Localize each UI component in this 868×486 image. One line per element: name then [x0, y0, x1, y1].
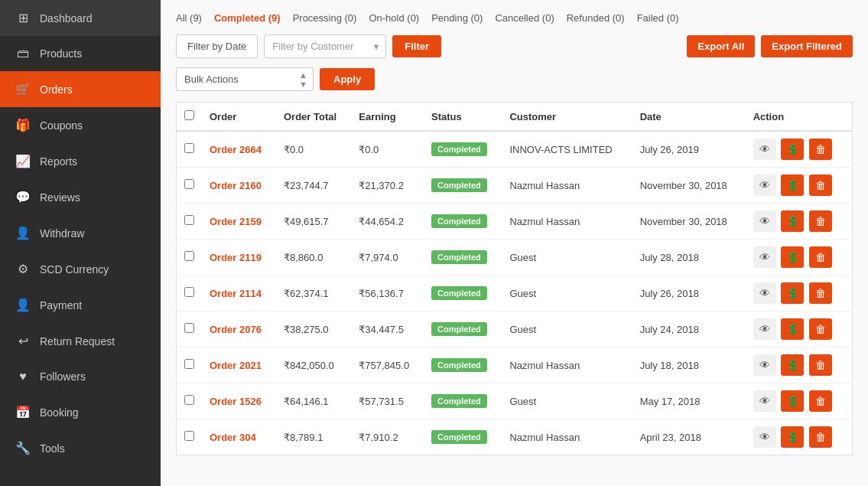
order-link[interactable]: Order 2160 — [210, 180, 262, 191]
sidebar-item-tools[interactable]: 🔧 Tools — [0, 430, 161, 466]
view-button[interactable]: 👁 — [753, 139, 776, 160]
order-link[interactable]: Order 2021 — [210, 360, 262, 371]
filter-button[interactable]: Filter — [392, 35, 441, 57]
row-actions: 👁 💲 🗑 — [746, 347, 853, 383]
row-customer: Guest — [502, 311, 632, 347]
row-status: Completed — [424, 276, 502, 311]
row-status: Completed — [424, 168, 502, 204]
filter-date-button[interactable]: Filter by Date — [176, 34, 258, 58]
row-checkbox-cell — [177, 419, 203, 455]
order-link[interactable]: Order 2159 — [210, 216, 262, 227]
view-button[interactable]: 👁 — [753, 390, 776, 412]
row-checkbox[interactable] — [184, 287, 194, 297]
sidebar-item-booking[interactable]: 📅 Booking — [0, 394, 161, 430]
delete-button[interactable]: 🗑 — [809, 139, 832, 160]
row-status: Completed — [424, 131, 502, 168]
withdraw-icon: 👤 — [15, 226, 31, 240]
row-date: April 23, 2018 — [632, 419, 746, 455]
coupons-icon: 🎁 — [15, 118, 31, 132]
delete-button[interactable]: 🗑 — [809, 210, 832, 232]
row-checkbox[interactable] — [184, 251, 194, 261]
row-checkbox[interactable] — [184, 179, 194, 189]
view-button[interactable]: 👁 — [753, 246, 776, 268]
row-order-id: Order 2021 — [202, 347, 276, 383]
bulk-actions-select[interactable]: Bulk Actions — [176, 67, 314, 91]
sidebar-item-scd-currency[interactable]: ⚙ SCD Currency — [0, 251, 161, 287]
delete-button[interactable]: 🗑 — [809, 282, 832, 304]
row-customer: Nazmul Hassan — [502, 204, 632, 240]
bulk-actions-row: Bulk Actions ▲▼ Apply — [176, 67, 853, 91]
sidebar-item-label: Orders — [40, 83, 73, 96]
row-checkbox[interactable] — [184, 323, 194, 333]
view-button[interactable]: 👁 — [753, 282, 776, 304]
delete-button[interactable]: 🗑 — [809, 354, 832, 376]
sidebar-item-reviews[interactable]: 💬 Reviews — [0, 179, 161, 215]
row-earning: ₹21,370.2 — [351, 168, 424, 204]
order-link[interactable]: Order 2664 — [210, 144, 262, 155]
sidebar-item-return-request[interactable]: ↩ Return Request — [0, 323, 161, 359]
scd-currency-icon: ⚙ — [15, 262, 31, 276]
sidebar-item-products[interactable]: 🗃 Products — [0, 36, 161, 71]
delete-button[interactable]: 🗑 — [809, 175, 832, 196]
row-checkbox[interactable] — [184, 359, 194, 369]
apply-button[interactable]: Apply — [320, 68, 375, 90]
delete-button[interactable]: 🗑 — [809, 390, 832, 412]
row-checkbox-cell — [177, 383, 203, 419]
main-content: All (9)Completed (9)Processing (0)On-hol… — [161, 0, 868, 486]
process-button[interactable]: 💲 — [781, 210, 804, 232]
process-button[interactable]: 💲 — [781, 318, 804, 340]
delete-button[interactable]: 🗑 — [809, 426, 832, 448]
tab-cancelled[interactable]: Cancelled (0) — [495, 12, 554, 24]
sidebar-item-orders[interactable]: 🛒 Orders — [0, 71, 161, 107]
tab-on-hold[interactable]: On-hold (0) — [369, 12, 419, 24]
bulk-select-wrap: Bulk Actions ▲▼ — [176, 67, 314, 91]
tab-failed[interactable]: Failed (0) — [637, 12, 679, 24]
sidebar-item-dashboard[interactable]: ⊞ Dashboard — [0, 0, 161, 36]
tab-pending[interactable]: Pending (0) — [431, 12, 483, 24]
select-all-checkbox[interactable] — [184, 110, 194, 120]
tab-completed[interactable]: Completed (9) — [214, 12, 281, 24]
order-link[interactable]: Order 1526 — [210, 396, 262, 407]
view-button[interactable]: 👁 — [753, 318, 776, 340]
sidebar-item-reports[interactable]: 📈 Reports — [0, 143, 161, 179]
view-button[interactable]: 👁 — [753, 210, 776, 232]
row-checkbox[interactable] — [184, 395, 194, 405]
return-request-icon: ↩ — [15, 334, 31, 348]
tab-refunded[interactable]: Refunded (0) — [567, 12, 625, 24]
order-link[interactable]: Order 2114 — [210, 288, 262, 299]
process-button[interactable]: 💲 — [781, 426, 804, 448]
row-order-total: ₹8,789.1 — [276, 419, 351, 455]
delete-button[interactable]: 🗑 — [809, 318, 832, 340]
view-button[interactable]: 👁 — [753, 175, 776, 196]
tab-all[interactable]: All (9) — [176, 12, 202, 24]
sidebar-item-coupons[interactable]: 🎁 Coupons — [0, 107, 161, 143]
view-button[interactable]: 👁 — [753, 426, 776, 448]
order-link[interactable]: Order 2119 — [210, 252, 262, 263]
row-checkbox[interactable] — [184, 431, 194, 441]
process-button[interactable]: 💲 — [781, 139, 804, 160]
table-row: Order 2664 ₹0.0 ₹0.0 Completed INNOV-ACT… — [177, 131, 853, 168]
process-button[interactable]: 💲 — [781, 390, 804, 412]
row-checkbox[interactable] — [184, 143, 194, 153]
view-button[interactable]: 👁 — [753, 354, 776, 376]
sidebar-item-payment[interactable]: 👤 Payment — [0, 287, 161, 323]
export-filtered-button[interactable]: Export Filtered — [761, 35, 853, 57]
order-link[interactable]: Order 304 — [210, 432, 256, 443]
process-button[interactable]: 💲 — [781, 175, 804, 196]
order-link[interactable]: Order 2076 — [210, 324, 262, 335]
sidebar-item-label: Return Request — [40, 335, 115, 347]
row-actions: 👁 💲 🗑 — [746, 168, 853, 204]
sidebar-item-label: Coupons — [40, 119, 83, 132]
process-button[interactable]: 💲 — [781, 246, 804, 268]
reports-icon: 📈 — [15, 154, 31, 168]
process-button[interactable]: 💲 — [781, 354, 804, 376]
row-checkbox[interactable] — [184, 215, 194, 225]
delete-button[interactable]: 🗑 — [809, 246, 832, 268]
status-badge: Completed — [431, 250, 487, 264]
export-all-button[interactable]: Export All — [687, 35, 755, 57]
tab-processing[interactable]: Processing (0) — [293, 12, 357, 24]
sidebar-item-followers[interactable]: ♥ Followers — [0, 359, 161, 394]
sidebar-item-withdraw[interactable]: 👤 Withdraw — [0, 215, 161, 251]
filter-customer-select[interactable]: Filter by Customer — [264, 34, 386, 58]
process-button[interactable]: 💲 — [781, 282, 804, 304]
